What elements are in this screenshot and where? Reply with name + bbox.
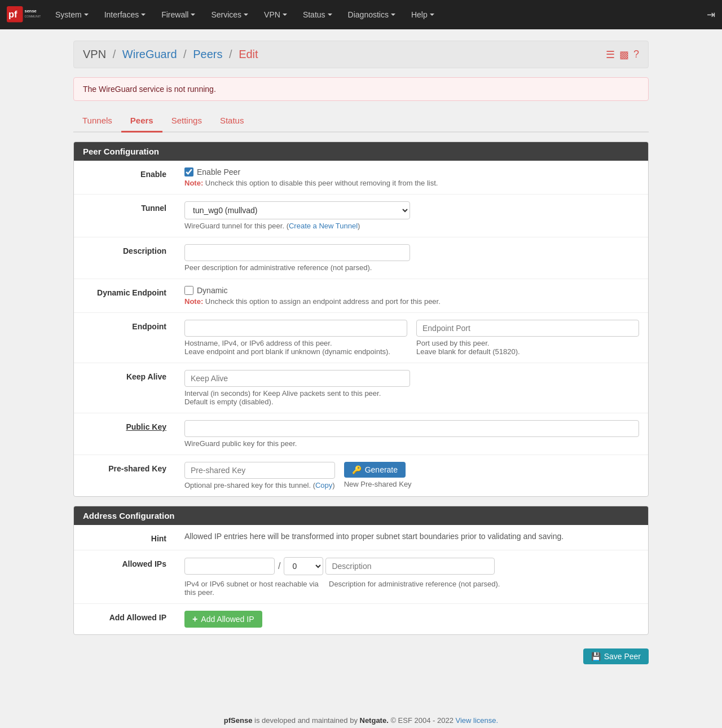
ip-desc-input[interactable] [325, 558, 495, 575]
footer-company: Netgate. [360, 716, 389, 725]
endpoint-port-help: Port used by this peer.Leave blank for d… [416, 339, 639, 356]
nav-signout[interactable]: ⇥ [700, 8, 722, 21]
breadcrumb: VPN / WireGuard / Peers / Edit ☰ ▩ ? [73, 41, 649, 68]
dynamic-checkbox-row: Dynamic [184, 286, 639, 295]
list-icon[interactable]: ☰ [606, 48, 615, 61]
address-config-panel: Address Configuration Hint Allowed IP en… [73, 506, 649, 635]
preshared-key-input[interactable] [184, 462, 335, 479]
ip-address-input[interactable]: 0.0.0.0 [184, 558, 275, 575]
add-allowed-ip-button[interactable]: + Add Allowed IP [184, 611, 262, 628]
row-public-key: Public Key Qn1QaXYTJJSmJSMw18CGdnFiVM0/G… [74, 413, 648, 455]
row-endpoint: Endpoint se1-wireguard.mullvad.net Hostn… [74, 313, 648, 363]
endpoint-row: se1-wireguard.mullvad.net Hostname, IPv4… [184, 320, 639, 356]
enable-note-text: Uncheck this option to disable this peer… [205, 179, 438, 187]
nav-help-caret [430, 14, 434, 16]
nav-interfaces-caret [141, 14, 146, 16]
nav-services[interactable]: Services [203, 0, 256, 29]
enable-checkbox-label: Enable Peer [197, 167, 240, 177]
nav-services-label: Services [211, 10, 241, 19]
dynamic-note-text: Uncheck this option to assign an endpoin… [205, 297, 441, 306]
tab-peers[interactable]: Peers [121, 110, 162, 133]
tab-bar: Tunnels Peers Settings Status [73, 110, 649, 133]
enable-note: Note: Uncheck this option to disable thi… [184, 179, 639, 187]
service-alert: The WireGuard service is not running. [73, 77, 649, 101]
footer-license-link[interactable]: View license. [456, 716, 499, 725]
chart-icon[interactable]: ▩ [619, 48, 629, 61]
peer-config-header: Peer Configuration [74, 142, 648, 161]
help-icon[interactable]: ? [633, 48, 639, 60]
plus-icon: + [192, 614, 197, 624]
nav-menu: System Interfaces Firewall Services VPN … [47, 0, 700, 29]
preshared-key-help: Optional pre-shared key for this tunnel.… [184, 481, 335, 489]
navbar: pf sense COMMUNITY EDITION System Interf… [0, 0, 722, 29]
nav-diagnostics[interactable]: Diagnostics [340, 0, 403, 29]
nav-status[interactable]: Status [295, 0, 340, 29]
nav-help[interactable]: Help [403, 0, 442, 29]
description-input[interactable]: se1-wireguard [184, 244, 410, 261]
breadcrumb-peers[interactable]: Peers [193, 48, 222, 60]
enable-cell: Enable Peer Note: Uncheck this option to… [175, 161, 648, 195]
public-key-input[interactable]: Qn1QaXYTJJSmJSMw18CGdnFiVM0/Gj/15OdkxbXC… [184, 420, 639, 437]
row-allowed-ips: Allowed IPs 0.0.0.0 / 0 1 4 8 16 24 32 [74, 550, 648, 604]
tunnel-select[interactable]: tun_wg0 (mullvad) [184, 201, 410, 219]
row-preshared-key: Pre-shared Key Optional pre-shared key f… [74, 455, 648, 497]
svg-text:pf: pf [8, 9, 17, 19]
signout-icon: ⇥ [707, 8, 715, 21]
nav-firewall[interactable]: Firewall [153, 0, 203, 29]
key-icon: 🔑 [352, 465, 362, 474]
generate-key-sub: New Pre-shared Key [344, 480, 412, 488]
dynamic-checkbox[interactable] [184, 286, 193, 295]
nav-vpn[interactable]: VPN [256, 0, 295, 29]
nav-status-label: Status [303, 10, 325, 19]
enable-label: Enable [74, 161, 175, 195]
keep-alive-input[interactable] [184, 370, 410, 387]
public-key-help: WireGuard public key for this peer. [184, 439, 639, 448]
ip-desc-help: Description for administrative reference… [329, 580, 500, 597]
footer: pfSense is developed and maintained by N… [0, 703, 722, 728]
description-help: Peer description for administrative refe… [184, 263, 639, 272]
peer-config-panel: Peer Configuration Enable Enable Peer No… [73, 142, 649, 497]
nav-interfaces[interactable]: Interfaces [96, 0, 153, 29]
brand-logo[interactable]: pf sense COMMUNITY EDITION [0, 1, 47, 29]
dynamic-endpoint-label: Dynamic Endpoint [74, 279, 175, 313]
enable-checkbox[interactable] [184, 167, 193, 177]
cidr-select[interactable]: 0 1 4 8 16 24 32 [284, 557, 323, 575]
nav-services-caret [244, 14, 248, 16]
endpoint-address-input[interactable]: se1-wireguard.mullvad.net [184, 320, 407, 337]
enable-checkbox-row: Enable Peer [184, 167, 639, 177]
preshared-key-cell: Optional pre-shared key for this tunnel.… [175, 455, 648, 497]
nav-system-label: System [55, 10, 82, 19]
generate-key-button[interactable]: 🔑 Generate [344, 462, 406, 478]
dynamic-checkbox-label: Dynamic [197, 286, 227, 295]
endpoint-port-input[interactable] [416, 320, 639, 337]
endpoint-label: Endpoint [74, 313, 175, 363]
create-tunnel-link[interactable]: Create a New Tunnel [289, 222, 358, 230]
nav-vpn-caret [283, 14, 287, 16]
nav-interfaces-label: Interfaces [104, 10, 139, 19]
row-description: Description se1-wireguard Peer descripti… [74, 237, 648, 279]
breadcrumb-vpn: VPN [83, 48, 106, 60]
keep-alive-help: Interval (in seconds) for Keep Alive pac… [184, 389, 639, 406]
tab-tunnels[interactable]: Tunnels [73, 110, 121, 133]
preshared-key-label: Pre-shared Key [74, 455, 175, 497]
nav-system[interactable]: System [47, 0, 96, 29]
tunnel-help: WireGuard tunnel for this peer. (Create … [184, 222, 639, 230]
row-hint: Hint Allowed IP entries here will be tra… [74, 525, 648, 550]
tunnel-label: Tunnel [74, 195, 175, 237]
breadcrumb-actions: ☰ ▩ ? [606, 48, 639, 61]
dynamic-note: Note: Uncheck this option to assign an e… [184, 297, 639, 306]
ip-row: 0.0.0.0 / 0 1 4 8 16 24 32 [184, 557, 639, 575]
save-area: 💾 Save Peer [73, 644, 649, 669]
tab-status[interactable]: Status [211, 110, 253, 133]
copy-key-link[interactable]: Copy [315, 481, 332, 489]
save-peer-button[interactable]: 💾 Save Peer [583, 648, 649, 664]
tab-settings[interactable]: Settings [162, 110, 211, 133]
hint-label: Hint [74, 525, 175, 550]
keep-alive-cell: Interval (in seconds) for Keep Alive pac… [175, 363, 648, 413]
alert-message: The WireGuard service is not running. [83, 85, 216, 94]
endpoint-cell: se1-wireguard.mullvad.net Hostname, IPv4… [175, 313, 648, 363]
breadcrumb-wireguard[interactable]: WireGuard [122, 48, 177, 60]
nav-status-caret [328, 14, 332, 16]
ip-address-help: IPv4 or IPv6 subnet or host reachable vi… [184, 580, 320, 597]
nav-help-label: Help [411, 10, 428, 19]
